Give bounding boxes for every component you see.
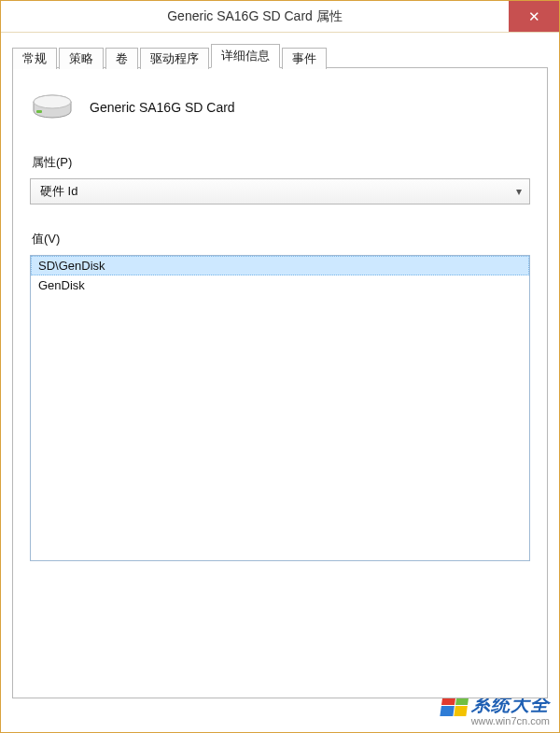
- value-label: 值(V): [32, 231, 530, 247]
- properties-window: Generic SA16G SD Card 属性 ✕ 常规 策略 卷 驱动程序 …: [0, 0, 560, 733]
- tab-label: 常规: [22, 50, 47, 67]
- value-listbox[interactable]: SD\GenDisk GenDisk: [30, 255, 530, 561]
- tab-label: 卷: [116, 50, 128, 67]
- titlebar: Generic SA16G SD Card 属性 ✕: [1, 1, 559, 33]
- watermark-url: www.win7cn.com: [441, 715, 550, 726]
- client-area: 常规 策略 卷 驱动程序 详细信息 事件 Generic SA16G SD Ca…: [1, 33, 559, 732]
- list-item[interactable]: SD\GenDisk: [31, 256, 529, 275]
- tab-volumes[interactable]: 卷: [105, 48, 138, 69]
- device-name: Generic SA16G SD Card: [90, 100, 235, 115]
- property-combobox[interactable]: 硬件 Id ▾: [30, 178, 530, 204]
- tab-panel-details: Generic SA16G SD Card 属性(P) 硬件 Id ▾ 值(V)…: [12, 67, 548, 698]
- device-header: Generic SA16G SD Card: [32, 92, 530, 122]
- chevron-down-icon: ▾: [516, 185, 522, 198]
- svg-rect-2: [36, 110, 42, 113]
- svg-point-1: [34, 95, 71, 108]
- tab-label: 详细信息: [221, 48, 270, 64]
- tab-details[interactable]: 详细信息: [211, 44, 280, 68]
- tab-label: 事件: [292, 50, 316, 67]
- property-selected: 硬件 Id: [40, 183, 77, 200]
- tab-general[interactable]: 常规: [12, 48, 57, 69]
- close-icon: ✕: [528, 8, 540, 25]
- tab-policies[interactable]: 策略: [59, 48, 104, 69]
- close-button[interactable]: ✕: [509, 1, 559, 32]
- disk-drive-icon: [32, 92, 73, 122]
- tab-events[interactable]: 事件: [282, 48, 327, 69]
- window-title: Generic SA16G SD Card 属性: [1, 1, 509, 32]
- property-label: 属性(P): [32, 154, 530, 171]
- tab-label: 驱动程序: [150, 50, 199, 67]
- tab-label: 策略: [69, 50, 93, 67]
- tabstrip: 常规 策略 卷 驱动程序 详细信息 事件: [12, 44, 548, 68]
- list-item[interactable]: GenDisk: [31, 275, 529, 295]
- tab-driver[interactable]: 驱动程序: [140, 48, 209, 69]
